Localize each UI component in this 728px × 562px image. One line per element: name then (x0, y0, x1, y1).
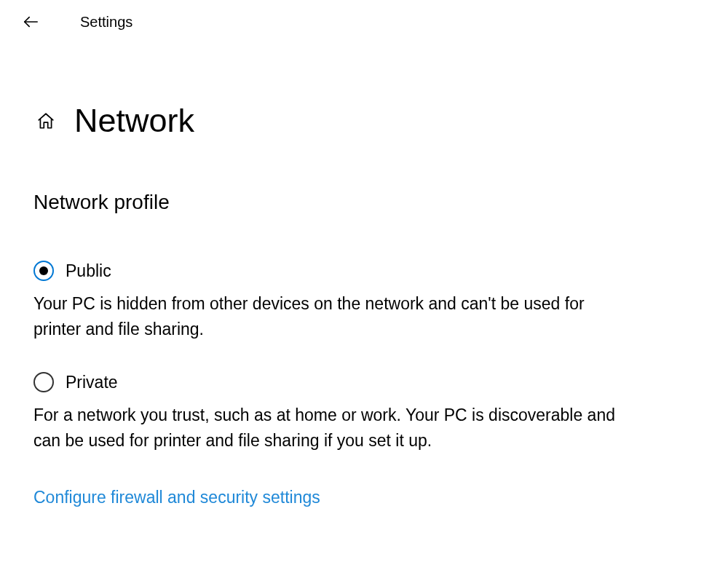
page-title: Network (74, 102, 194, 140)
radio-public[interactable]: Public (33, 261, 622, 281)
network-profile-private-option: Private For a network you trust, such as… (33, 372, 622, 453)
radio-label-public: Public (66, 261, 111, 281)
home-icon[interactable] (36, 111, 55, 130)
app-title: Settings (80, 14, 132, 31)
radio-button-private[interactable] (33, 372, 54, 392)
app-header: Settings (0, 0, 728, 44)
back-button[interactable] (22, 13, 39, 31)
radio-description-public: Your PC is hidden from other devices on … (33, 291, 622, 341)
content-area: Network profile Public Your PC is hidden… (0, 140, 655, 507)
firewall-settings-link[interactable]: Configure firewall and security settings (33, 488, 320, 507)
radio-description-private: For a network you trust, such as at home… (33, 403, 622, 453)
section-heading: Network profile (33, 191, 622, 214)
network-profile-public-option: Public Your PC is hidden from other devi… (33, 261, 622, 341)
page-title-row: Network (0, 44, 728, 140)
back-arrow-icon (23, 14, 39, 30)
radio-private[interactable]: Private (33, 372, 622, 392)
radio-button-public[interactable] (33, 261, 54, 281)
radio-label-private: Private (66, 373, 118, 392)
